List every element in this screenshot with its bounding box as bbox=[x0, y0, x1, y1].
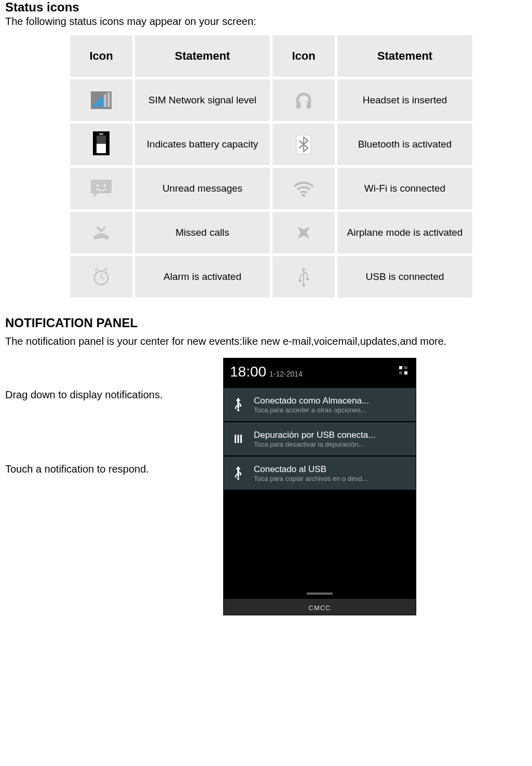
status-time: 18:00 bbox=[230, 364, 266, 380]
notification-subtitle: Toca para acceder a otras opciones... bbox=[254, 406, 410, 414]
svg-point-34 bbox=[237, 478, 239, 480]
svg-rect-1 bbox=[93, 104, 96, 107]
statement-cell: Alarm is activated bbox=[135, 256, 270, 298]
svg-rect-30 bbox=[240, 405, 241, 407]
table-row: Unread messages Wi-Fi is connected bbox=[70, 168, 472, 209]
carrier-label: CMCC bbox=[309, 604, 331, 612]
statement-cell: SIM Network signal level bbox=[135, 79, 270, 121]
instruction-drag: Drag down to display notifications. bbox=[5, 389, 223, 401]
usb-icon bbox=[230, 397, 247, 412]
svg-point-28 bbox=[237, 409, 239, 411]
svg-line-20 bbox=[104, 268, 107, 271]
status-icons-intro: The following status icons may appear on… bbox=[5, 16, 527, 28]
notification-panel-heading: NOTIFICATION PANEL bbox=[5, 316, 527, 330]
carrier-bar: CMCC bbox=[224, 599, 416, 615]
notification-header[interactable]: 18:00 1-12-2014 bbox=[224, 358, 416, 387]
svg-rect-32 bbox=[238, 435, 239, 443]
table-row: SIM Network signal level Headset is inse… bbox=[70, 79, 472, 121]
phone-screenshot: 18:00 1-12-2014 Conectado como Almacena.… bbox=[223, 358, 416, 615]
header-statement-1: Statement bbox=[135, 35, 270, 77]
status-icons-table: Icon Statement Icon Statement SIM Networ… bbox=[67, 33, 475, 300]
svg-rect-26 bbox=[399, 371, 402, 374]
airplane-icon bbox=[291, 220, 316, 245]
usb-icon bbox=[291, 264, 316, 289]
table-row: Indicates battery capacity Bluetooth is … bbox=[70, 124, 472, 165]
drag-handle-icon[interactable] bbox=[307, 593, 333, 595]
svg-rect-4 bbox=[104, 95, 106, 107]
svg-point-13 bbox=[97, 184, 99, 187]
quick-settings-icon[interactable] bbox=[398, 365, 410, 377]
statement-cell: Missed calls bbox=[135, 212, 270, 253]
instruction-touch: Touch a notification to respond. bbox=[5, 463, 223, 475]
status-date: 1-12-2014 bbox=[269, 370, 303, 378]
wifi-icon bbox=[291, 176, 316, 201]
statement-cell: USB is connected bbox=[337, 256, 472, 298]
svg-point-14 bbox=[104, 184, 106, 187]
svg-rect-27 bbox=[404, 371, 407, 374]
statement-cell: Wi-Fi is connected bbox=[337, 168, 472, 209]
notification-instructions: Drag down to display notifications. Touc… bbox=[5, 358, 223, 475]
svg-line-18 bbox=[101, 278, 104, 279]
status-icons-heading: Status icons bbox=[5, 0, 527, 15]
statement-cell: Headset is inserted bbox=[337, 79, 472, 121]
notification-subtitle: Toca para desactivar la depuración... bbox=[254, 440, 410, 448]
svg-point-35 bbox=[235, 476, 237, 478]
missed-call-icon bbox=[89, 220, 114, 245]
svg-rect-11 bbox=[97, 144, 106, 153]
alarm-icon bbox=[89, 264, 114, 289]
svg-rect-25 bbox=[404, 366, 407, 369]
notification-title: Conectado al USB bbox=[254, 464, 410, 475]
battery-icon bbox=[89, 131, 114, 156]
notification-panel-section: Drag down to display notifications. Touc… bbox=[5, 358, 527, 615]
header-statement-2: Statement bbox=[337, 35, 472, 77]
svg-line-19 bbox=[95, 268, 98, 271]
notification-title: Conectado como Almacena... bbox=[254, 396, 410, 406]
message-icon bbox=[89, 176, 114, 201]
notification-empty-area[interactable] bbox=[224, 490, 416, 615]
table-row: Alarm is activated USB is connected bbox=[70, 256, 472, 298]
notification-item[interactable]: Conectado como Almacena... Toca para acc… bbox=[224, 387, 416, 422]
svg-rect-3 bbox=[100, 98, 103, 107]
notification-item[interactable]: Depuración por USB conecta... Toca para … bbox=[224, 422, 416, 456]
bluetooth-icon bbox=[291, 132, 316, 157]
notification-panel-intro: The notification panel is your center fo… bbox=[5, 335, 527, 347]
table-row: Missed calls Airplane mode is activated bbox=[70, 212, 472, 253]
svg-rect-2 bbox=[97, 101, 99, 107]
table-header-row: Icon Statement Icon Statement bbox=[70, 35, 472, 77]
notification-subtitle: Toca para copiar archivos en o desd... bbox=[254, 475, 410, 482]
signal-strength-icon bbox=[89, 88, 114, 113]
svg-rect-7 bbox=[307, 101, 311, 109]
svg-rect-23 bbox=[306, 278, 309, 280]
svg-rect-31 bbox=[235, 435, 236, 443]
svg-point-22 bbox=[299, 280, 302, 283]
svg-rect-5 bbox=[107, 92, 110, 107]
statement-cell: Bluetooth is activated bbox=[337, 124, 472, 165]
headset-icon bbox=[291, 88, 316, 113]
usb-icon bbox=[230, 466, 247, 480]
svg-point-21 bbox=[302, 284, 305, 287]
statement-cell: Indicates battery capacity bbox=[135, 124, 270, 165]
statement-cell: Airplane mode is activated bbox=[337, 212, 472, 253]
notification-item[interactable]: Conectado al USB Toca para copiar archiv… bbox=[224, 456, 416, 490]
svg-rect-36 bbox=[240, 474, 241, 475]
svg-rect-6 bbox=[296, 101, 301, 109]
debug-icon bbox=[230, 433, 247, 445]
svg-rect-33 bbox=[240, 435, 242, 443]
svg-point-15 bbox=[302, 194, 305, 197]
svg-point-29 bbox=[235, 408, 237, 409]
svg-rect-24 bbox=[399, 366, 402, 369]
statement-cell: Unread messages bbox=[135, 168, 270, 209]
svg-rect-9 bbox=[99, 133, 103, 135]
header-icon-1: Icon bbox=[70, 35, 132, 77]
header-icon-2: Icon bbox=[272, 35, 335, 77]
notification-title: Depuración por USB conecta... bbox=[254, 430, 410, 440]
